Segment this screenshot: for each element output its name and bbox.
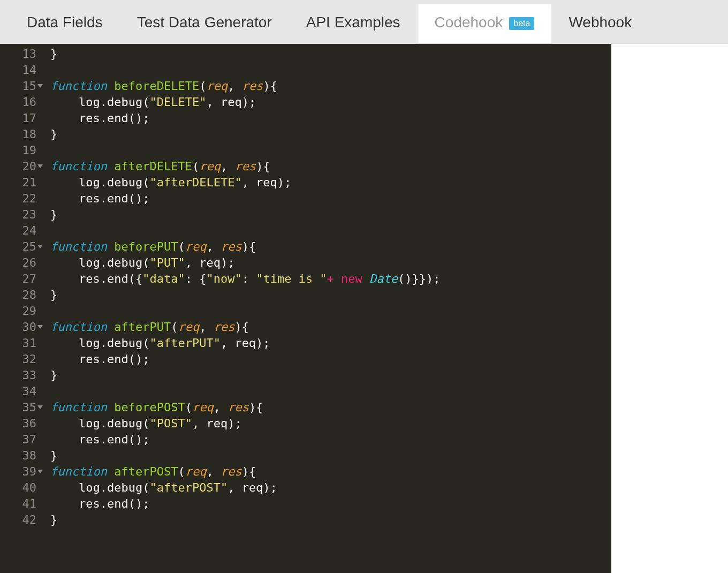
line-number: 31 [0, 335, 44, 351]
tab-label: Webhook [568, 14, 632, 31]
line-number: 22 [0, 191, 44, 207]
line-number: 29 [0, 303, 44, 319]
tab-label: API Examples [306, 14, 400, 31]
code-line[interactable]: res.end(); [50, 110, 611, 126]
code-line[interactable]: log.debug("DELETE", req); [50, 94, 611, 110]
line-number: 14 [0, 62, 44, 78]
tab-test-data-generator[interactable]: Test Data Generator [120, 4, 289, 43]
code-line[interactable]: function afterDELETE(req, res){ [50, 159, 611, 175]
line-number: 18 [0, 126, 44, 142]
code-line[interactable]: res.end(); [50, 351, 611, 367]
line-number: 34 [0, 383, 44, 399]
code-line[interactable]: res.end(); [50, 191, 611, 207]
code-line[interactable]: log.debug("POST", req); [50, 416, 611, 432]
line-number: 27 [0, 271, 44, 287]
code-line[interactable]: res.end({"data": {"now": "time is "+ new… [50, 271, 611, 287]
tab-codehook[interactable]: Codehook beta [418, 4, 552, 43]
line-number: 42 [0, 512, 44, 528]
line-number: 23 [0, 207, 44, 223]
line-number: 24 [0, 223, 44, 239]
code-line[interactable]: } [50, 367, 611, 383]
code-line[interactable]: function afterPOST(req, res){ [50, 464, 611, 480]
editor-code-area[interactable]: } function beforeDELETE(req, res){ log.d… [47, 44, 611, 573]
code-line[interactable]: } [50, 126, 611, 142]
line-number: 40 [0, 480, 44, 496]
code-line[interactable] [50, 303, 611, 319]
code-line[interactable]: res.end(); [50, 432, 611, 448]
code-line[interactable]: } [50, 287, 611, 303]
code-line[interactable]: log.debug("PUT", req); [50, 255, 611, 271]
editor-gutter: 1314151617181920212223242526272829303132… [0, 44, 47, 573]
line-number: 19 [0, 142, 44, 159]
line-number: 17 [0, 110, 44, 126]
code-line[interactable] [50, 62, 611, 78]
tab-bar: Data Fields Test Data Generator API Exam… [0, 0, 728, 44]
code-line[interactable]: } [50, 512, 611, 528]
fold-marker-icon[interactable]: 25 [0, 239, 44, 255]
code-line[interactable]: function afterPUT(req, res){ [50, 319, 611, 335]
line-number: 33 [0, 367, 44, 383]
code-line[interactable]: log.debug("afterPUT", req); [50, 335, 611, 351]
code-line[interactable]: function beforePOST(req, res){ [50, 399, 611, 416]
tab-api-examples[interactable]: API Examples [289, 4, 418, 43]
line-number: 36 [0, 416, 44, 432]
fold-marker-icon[interactable]: 30 [0, 319, 44, 335]
fold-marker-icon[interactable]: 39 [0, 464, 44, 480]
line-number: 41 [0, 496, 44, 512]
code-line[interactable]: function beforeDELETE(req, res){ [50, 78, 611, 94]
code-line[interactable]: } [50, 448, 611, 464]
line-number: 16 [0, 94, 44, 110]
fold-marker-icon[interactable]: 15 [0, 78, 44, 94]
line-number: 13 [0, 46, 44, 62]
tab-data-fields[interactable]: Data Fields [10, 4, 120, 43]
code-line[interactable] [50, 142, 611, 159]
code-line[interactable]: log.debug("afterPOST", req); [50, 480, 611, 496]
line-number: 26 [0, 255, 44, 271]
fold-marker-icon[interactable]: 20 [0, 159, 44, 175]
line-number: 21 [0, 175, 44, 191]
fold-marker-icon[interactable]: 35 [0, 399, 44, 416]
code-line[interactable] [50, 383, 611, 399]
line-number: 32 [0, 351, 44, 367]
tab-label: Test Data Generator [137, 14, 272, 31]
code-editor[interactable]: 1314151617181920212223242526272829303132… [0, 44, 611, 573]
code-line[interactable]: res.end(); [50, 496, 611, 512]
line-number: 37 [0, 432, 44, 448]
code-line[interactable]: function beforePUT(req, res){ [50, 239, 611, 255]
tab-label: Data Fields [27, 14, 103, 31]
tab-label: Codehook [435, 14, 503, 31]
code-line[interactable] [50, 223, 611, 239]
code-line[interactable]: log.debug("afterDELETE", req); [50, 175, 611, 191]
code-line[interactable]: } [50, 207, 611, 223]
beta-badge: beta [509, 17, 534, 30]
line-number: 28 [0, 287, 44, 303]
tab-webhook[interactable]: Webhook [551, 4, 649, 43]
code-line[interactable]: } [50, 46, 611, 62]
line-number: 38 [0, 448, 44, 464]
